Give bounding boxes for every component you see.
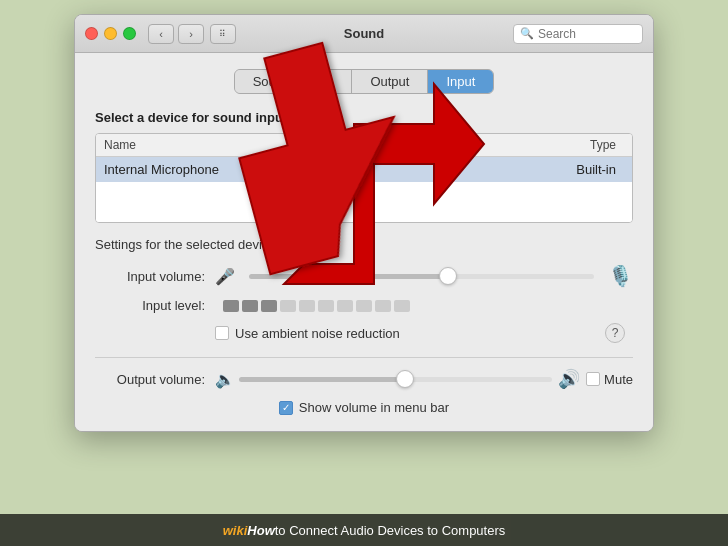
- input-level-meter: [223, 300, 410, 312]
- maximize-button[interactable]: [123, 27, 136, 40]
- level-seg-9: [375, 300, 391, 312]
- nav-buttons: ‹ ›: [148, 24, 204, 44]
- input-volume-thumb[interactable]: [439, 267, 457, 285]
- level-seg-7: [337, 300, 353, 312]
- tab-sound-effects[interactable]: Sound Effects: [235, 70, 353, 93]
- wiki-logo: wiki: [223, 523, 248, 538]
- settings-label: Settings for the selected device:: [95, 237, 633, 252]
- level-seg-5: [299, 300, 315, 312]
- content-area: Sound Effects Output Input Select a devi…: [75, 53, 653, 431]
- device-table: Name Type Internal Microphone Built-in: [95, 133, 633, 223]
- back-button[interactable]: ‹: [148, 24, 174, 44]
- mute-label: Mute: [604, 372, 633, 387]
- level-seg-8: [356, 300, 372, 312]
- wikihow-footer: wikiHow to Connect Audio Devices to Comp…: [0, 514, 728, 546]
- tab-output[interactable]: Output: [352, 70, 428, 93]
- input-level-row: Input level:: [95, 298, 633, 313]
- col-header-type: Type: [504, 138, 624, 152]
- table-header: Name Type: [96, 134, 632, 157]
- sound-preferences-window: ‹ › ⠿ Sound 🔍 Sound Effects Output Inp: [74, 14, 654, 432]
- output-volume-thumb[interactable]: [396, 370, 414, 388]
- title-bar: ‹ › ⠿ Sound 🔍: [75, 15, 653, 53]
- input-level-label: Input level:: [95, 298, 205, 313]
- show-volume-row: ✓ Show volume in menu bar: [95, 400, 633, 415]
- tab-input[interactable]: Input: [428, 70, 493, 93]
- level-seg-3: [261, 300, 277, 312]
- noise-reduction-checkbox[interactable]: [215, 326, 229, 340]
- noise-reduction-row: Use ambient noise reduction ?: [95, 323, 633, 343]
- search-input[interactable]: [538, 27, 636, 41]
- speaker-high-icon: 🔊: [558, 368, 580, 390]
- device-section-label: Select a device for sound input:: [95, 110, 633, 125]
- noise-reduction-label: Use ambient noise reduction: [235, 326, 400, 341]
- help-button[interactable]: ?: [605, 323, 625, 343]
- show-volume-label: Show volume in menu bar: [299, 400, 449, 415]
- input-volume-label: Input volume:: [95, 269, 205, 284]
- table-empty-space: [96, 182, 632, 222]
- mic-high-icon: 🎙️: [608, 264, 633, 288]
- search-icon: 🔍: [520, 27, 534, 40]
- input-volume-slider[interactable]: [249, 274, 594, 279]
- level-seg-10: [394, 300, 410, 312]
- device-name: Internal Microphone: [104, 162, 504, 177]
- close-button[interactable]: [85, 27, 98, 40]
- input-volume-row: Input volume: 🎤 🎙️: [95, 264, 633, 288]
- tabs-row: Sound Effects Output Input: [95, 69, 633, 94]
- device-row[interactable]: Internal Microphone Built-in: [96, 157, 632, 182]
- col-header-name: Name: [104, 138, 504, 152]
- search-bar[interactable]: 🔍: [513, 24, 643, 44]
- wiki-how: How: [247, 523, 274, 538]
- mute-control: Mute: [586, 372, 633, 387]
- footer-text: to Connect Audio Devices to Computers: [275, 523, 506, 538]
- forward-button[interactable]: ›: [178, 24, 204, 44]
- window-title: Sound: [344, 26, 384, 41]
- output-volume-row: Output volume: 🔈 🔊 Mute: [95, 368, 633, 390]
- level-seg-2: [242, 300, 258, 312]
- speaker-low-icon: 🔈: [215, 370, 235, 389]
- mute-checkbox[interactable]: [586, 372, 600, 386]
- level-seg-6: [318, 300, 334, 312]
- level-seg-1: [223, 300, 239, 312]
- device-type: Built-in: [504, 162, 624, 177]
- output-volume-slider[interactable]: [239, 377, 552, 382]
- traffic-lights: [85, 27, 136, 40]
- output-volume-label: Output volume:: [95, 372, 205, 387]
- section-divider: [95, 357, 633, 358]
- minimize-button[interactable]: [104, 27, 117, 40]
- tabs-container: Sound Effects Output Input: [234, 69, 495, 94]
- mic-low-icon: 🎤: [215, 267, 235, 286]
- grid-view-button[interactable]: ⠿: [210, 24, 236, 44]
- show-volume-checkbox[interactable]: ✓: [279, 401, 293, 415]
- level-seg-4: [280, 300, 296, 312]
